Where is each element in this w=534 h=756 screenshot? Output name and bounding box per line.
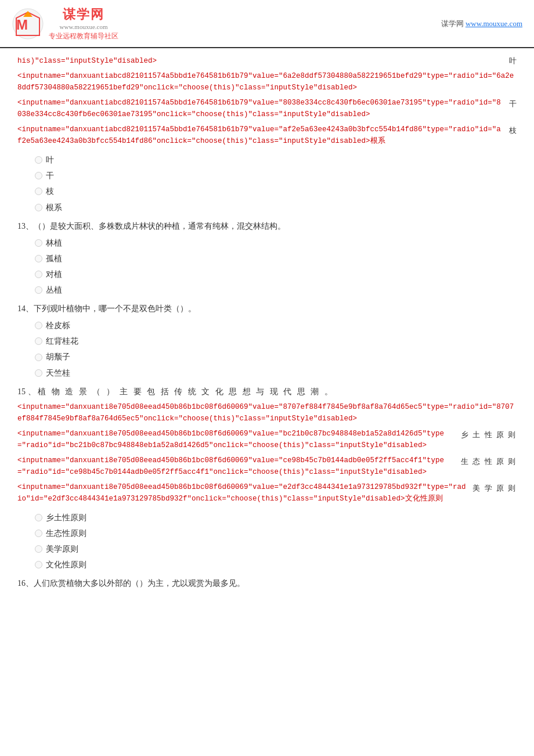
option-ye-label: 叶 [46, 153, 54, 167]
logo-area: M 谋学网 www.mouxue.com 专业远程教育辅导社区 [12, 6, 118, 41]
code-block-3: <inputname="danxuantiabcd821011574a5bbd1… [17, 97, 503, 120]
code-block-15c: <inputname="danxuanti8e705d08eead450b86b… [17, 455, 455, 478]
option-gan-label: 干 [46, 168, 54, 183]
q13-body: （）是较大面积、多株数成片林状的种植，通常有纯林，混交林结构。 [34, 222, 286, 231]
q14-radio-3[interactable] [35, 354, 42, 361]
code-block-4: <inputname="danxuantiabcd821011574a5bbd1… [17, 124, 503, 147]
q16-body: 人们欣赏植物大多以外部的（）为主，尤以观赏为最多见。 [34, 579, 245, 588]
radio-ye[interactable] [35, 156, 42, 164]
code-row-15d: <inputname="danxuanti8e705d08eead450b86b… [17, 481, 517, 508]
radio-zhi[interactable] [35, 188, 42, 195]
radio-gan[interactable] [35, 172, 42, 179]
label-ye-inline: 叶 [509, 55, 517, 67]
option-gen: 根系 [35, 200, 517, 215]
q14-option-1: 栓皮栎 [35, 318, 517, 333]
label-shengtaixing-inline: 生 态 性 原 则 [455, 455, 517, 468]
label-meixue-inline: 美 学 原 则 [467, 481, 517, 495]
code-row-15b: <inputname="danxuanti8e705d08eead450b86b… [17, 428, 517, 455]
q12-options: 叶 干 枝 根系 [35, 153, 517, 215]
code-row-4: <inputname="danxuantiabcd821011574a5bbd1… [17, 124, 517, 150]
q13-option-4: 丛植 [35, 283, 517, 297]
q13-option-2-label: 孤植 [46, 251, 62, 266]
question-14: 14、下列观叶植物中，哪一个不是双色叶类（）。 栓皮栎 红背桂花 胡颓子 天竺桂 [17, 302, 517, 380]
q15-body: 植 物 造 景 （ ） 主 要 包 括 传 统 文 化 思 想 与 现 代 思 … [38, 387, 334, 396]
q14-option-4-label: 天竺桂 [46, 366, 70, 380]
q13-text: 13、（）是较大面积、多株数成片林状的种植，通常有纯林，混交林结构。 [17, 219, 517, 233]
code-block-15d: <inputname="danxuanti8e705d08eead450b86b… [17, 481, 467, 505]
q13-option-3-label: 对植 [46, 267, 62, 282]
q15-text: 15 、 植 物 造 景 （ ） 主 要 包 括 传 统 文 化 思 想 与 现… [17, 385, 517, 399]
q13-number: 13、 [17, 222, 34, 231]
q16-text: 16、人们欣赏植物大多以外部的（）为主，尤以观赏为最多见。 [17, 577, 517, 591]
q15-options: 乡土性原则 生态性原则 美学原则 文化性原则 [35, 510, 517, 573]
code-row-3: <inputname="danxuantiabcd821011574a5bbd1… [17, 97, 517, 124]
q14-body: 下列观叶植物中，哪一个不是双色叶类（）。 [34, 304, 196, 313]
header-site-link[interactable]: www.mouxue.com [466, 19, 522, 28]
q13-option-4-label: 丛植 [46, 283, 62, 297]
q14-options: 栓皮栎 红背桂花 胡颓子 天竺桂 [35, 318, 517, 380]
site-slogan: 专业远程教育辅导社区 [49, 31, 118, 41]
label-xiangtuxing-inline: 乡 土 性 原 则 [455, 428, 517, 441]
main-content: his)"class="inputStyle"disabled> 叶 <inpu… [0, 48, 534, 607]
q14-radio-4[interactable] [35, 369, 42, 377]
label-zhi-inline: 枝 [503, 124, 517, 137]
q14-radio-1[interactable] [35, 322, 42, 329]
q13-option-3: 对植 [35, 267, 517, 282]
q15-radio-4[interactable] [35, 561, 42, 568]
q13-radio-4[interactable] [35, 286, 42, 294]
q15-option-1-label: 乡土性原则 [46, 510, 86, 525]
option-zhi: 枝 [35, 184, 517, 199]
svg-text:M: M [16, 17, 28, 33]
q15-option-4-label: 文化性原则 [46, 557, 86, 572]
question-15: 15 、 植 物 造 景 （ ） 主 要 包 括 传 统 文 化 思 想 与 现… [17, 385, 517, 573]
q15-option-3-label: 美学原则 [46, 542, 78, 556]
q15-radio-1[interactable] [35, 514, 42, 521]
code-block-15b: <inputname="danxuanti8e705d08eead450b86b… [17, 428, 455, 451]
q14-number: 14、 [17, 304, 34, 313]
site-url: www.mouxue.com [49, 23, 118, 30]
logo-icon: M [12, 8, 44, 40]
q15-option-3: 美学原则 [35, 542, 517, 556]
q15-radio-2[interactable] [35, 530, 42, 537]
q13-radio-3[interactable] [35, 271, 42, 278]
site-name: 谋学网 [49, 6, 118, 23]
q13-option-1: 林植 [35, 236, 517, 250]
q13-radio-2[interactable] [35, 255, 42, 262]
question-16: 16、人们欣赏植物大多以外部的（）为主，尤以观赏为最多见。 [17, 577, 517, 591]
header-right-text: 谋学网 www.mouxue.com [441, 19, 522, 29]
q14-option-1-label: 栓皮栎 [46, 318, 70, 333]
code-block-2: <inputname="danxuantiabcd821011574a5bbd1… [17, 70, 517, 93]
q14-option-3-label: 胡颓子 [46, 350, 70, 364]
q14-option-2: 红背桂花 [35, 334, 517, 348]
code-row-15c: <inputname="danxuanti8e705d08eead450b86b… [17, 455, 517, 481]
code-block-1: his)"class="inputStyle"disabled> 叶 [17, 55, 517, 67]
q15-option-2: 生态性原则 [35, 526, 517, 541]
logo-text: 谋学网 www.mouxue.com 专业远程教育辅导社区 [49, 6, 118, 41]
option-ye: 叶 [35, 153, 517, 167]
q14-radio-2[interactable] [35, 337, 42, 345]
header-site-label: 谋学网 [441, 19, 464, 28]
radio-gen[interactable] [35, 204, 42, 211]
q15-radio-3[interactable] [35, 545, 42, 553]
q15-number: 15 、 [17, 387, 38, 396]
q13-options: 林植 孤植 对植 丛植 [35, 236, 517, 298]
question-13: 13、（）是较大面积、多株数成片林状的种植，通常有纯林，混交林结构。 林植 孤植… [17, 219, 517, 298]
option-zhi-label: 枝 [46, 184, 54, 199]
q15-option-2-label: 生态性原则 [46, 526, 86, 541]
q14-text: 14、下列观叶植物中，哪一个不是双色叶类（）。 [17, 302, 517, 316]
q14-option-2-label: 红背桂花 [46, 334, 78, 348]
option-gan: 干 [35, 168, 517, 183]
q16-number: 16、 [17, 579, 34, 588]
q14-option-3: 胡颓子 [35, 350, 517, 364]
q15-option-4: 文化性原则 [35, 557, 517, 572]
q14-option-4: 天竺桂 [35, 366, 517, 380]
label-gan-inline: 干 [503, 97, 517, 110]
page-header: M 谋学网 www.mouxue.com 专业远程教育辅导社区 谋学网 www.… [0, 0, 534, 48]
code-block-15a: <inputname="danxuanti8e705d08eead450b86b… [17, 401, 517, 424]
q13-radio-1[interactable] [35, 239, 42, 247]
option-gen-label: 根系 [46, 200, 62, 215]
q13-option-1-label: 林植 [46, 236, 62, 250]
q15-option-1: 乡土性原则 [35, 510, 517, 525]
q13-option-2: 孤植 [35, 251, 517, 266]
